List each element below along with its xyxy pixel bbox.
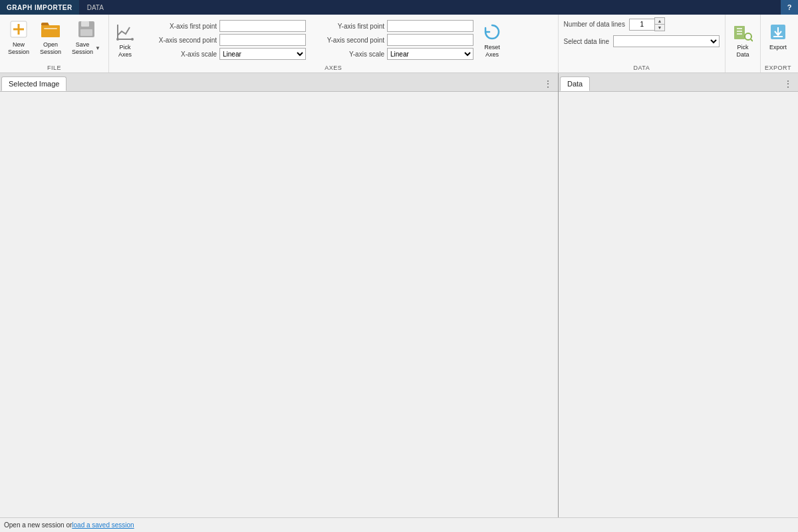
x-axis-first-row: X-axis first point [144,20,306,32]
select-data-line-label: Select data line [564,38,609,45]
pick-axes-button[interactable]: PickAxes [109,19,141,60]
svg-rect-12 [734,26,745,39]
export-icon [767,21,789,43]
select-data-line-select[interactable] [613,35,720,47]
data-lines-spinner: ▲ ▼ [654,17,665,31]
save-session-button[interactable]: SaveSession ▼ [68,17,104,57]
main-content: Selected Image ⋮ Data ⋮ [0,73,798,517]
reset-axes-label: ResetAxes [484,44,500,59]
x-axis-scale-select[interactable]: Linear Log [219,48,306,60]
x-axis-second-label: X-axis second point [144,37,217,44]
pick-data-section-label [728,70,757,71]
app-name: GRAPH IMPORTER [0,0,79,15]
svg-point-16 [745,33,751,40]
data-group-content: Number of data lines ▲ ▼ Select data lin… [564,17,720,63]
file-group: NewSession OpenSession [0,15,109,72]
y-axis-scale-row: Y-axis scale Linear Log [311,48,473,60]
y-axis-second-input[interactable] [387,34,473,46]
axes-group-label: AXES [109,63,558,72]
selected-image-tab[interactable]: Selected Image [1,76,66,91]
pick-axes-icon [114,21,136,43]
pick-data-button[interactable]: PickData [728,20,757,60]
title-bar-section: DATA [79,0,112,15]
title-bar-spacer [112,0,781,15]
svg-rect-7 [80,29,92,36]
y-axis-first-label: Y-axis first point [311,23,384,30]
left-panel: Selected Image ⋮ [0,73,559,517]
pick-data-export-group: PickData Export [726,15,798,72]
pick-data-icon [732,21,753,43]
x-axis-scale-row: X-axis scale Linear Log [144,48,306,60]
right-panel: Data ⋮ [559,73,798,517]
file-group-content: NewSession OpenSession [4,17,104,63]
num-data-lines-label: Number of data lines [564,21,625,28]
pick-axes-label: PickAxes [118,44,132,59]
new-session-label: NewSession [8,41,29,56]
data-tab[interactable]: Data [560,76,590,91]
status-text: Open a new session or [4,521,72,529]
y-axis-first-row: Y-axis first point [311,20,473,32]
right-panel-menu-button[interactable]: ⋮ [781,77,795,90]
num-data-lines-input-wrap: ▲ ▼ [629,17,665,31]
title-bar: GRAPH IMPORTER DATA ? [0,0,798,15]
right-canvas [559,92,798,517]
left-panel-menu-button[interactable]: ⋮ [541,77,555,90]
reset-axes-button[interactable]: ResetAxes [476,19,508,60]
left-canvas [0,92,558,517]
left-tab-bar: Selected Image ⋮ [0,73,558,92]
svg-line-17 [751,39,753,41]
svg-point-10 [116,38,119,41]
pick-data-group: PickData [726,15,761,72]
right-tab-bar: Data ⋮ [559,73,798,92]
open-session-button[interactable]: OpenSession [36,17,65,57]
data-group: Number of data lines ▲ ▼ Select data lin… [559,15,726,72]
status-link[interactable]: load a saved session [72,521,134,529]
pick-data-label: PickData [736,44,749,59]
x-axis-first-input[interactable] [219,20,306,32]
file-group-label: FILE [4,63,104,71]
x-axis-second-row: X-axis second point [144,34,306,46]
svg-rect-3 [41,25,60,37]
save-session-icon [76,19,97,40]
save-session-label: SaveSession [72,41,93,56]
x-axis-first-label: X-axis first point [144,23,217,30]
export-group-label: EXPORT [763,63,793,71]
y-axis-first-input[interactable] [387,20,473,32]
export-label: Export [769,44,787,51]
axes-group: PickAxes X-axis first point X-axis secon… [109,15,559,72]
svg-point-11 [131,38,134,41]
x-axis-second-input[interactable] [219,34,306,46]
export-button[interactable]: Export [763,20,793,53]
data-lines-row: Number of data lines ▲ ▼ [564,17,665,31]
y-axis-second-label: Y-axis second point [311,37,384,44]
x-axis-fields: X-axis first point X-axis second point X… [141,17,309,60]
data-group-label: DATA [564,63,720,71]
export-group: Export EXPORT [761,15,798,72]
open-session-icon [40,19,61,40]
spinner-down-button[interactable]: ▼ [655,25,664,31]
num-data-lines-input[interactable] [629,19,654,31]
y-axis-fields: Y-axis first point Y-axis second point Y… [309,17,476,60]
y-axis-scale-label: Y-axis scale [311,51,384,58]
selected-image-tab-label: Selected Image [9,80,59,88]
y-axis-second-row: Y-axis second point [311,34,473,46]
status-bar: Open a new session or load a saved sessi… [0,517,798,532]
new-session-button[interactable]: NewSession [4,17,33,57]
open-session-label: OpenSession [40,41,61,56]
y-axis-scale-select[interactable]: Linear Log [387,48,473,60]
x-axis-scale-label: X-axis scale [144,51,217,58]
select-data-line-row: Select data line [564,35,720,47]
reset-axes-icon [481,21,503,43]
data-tab-label: Data [567,80,583,88]
ribbon: NewSession OpenSession [0,15,798,73]
save-dropdown-row: SaveSession ▼ [72,41,100,56]
help-button[interactable]: ? [781,0,798,15]
svg-rect-4 [44,28,57,29]
new-session-icon [8,19,29,40]
save-dropdown-arrow: ▼ [95,45,100,51]
spinner-up-button[interactable]: ▲ [655,18,664,24]
svg-rect-6 [81,21,89,27]
